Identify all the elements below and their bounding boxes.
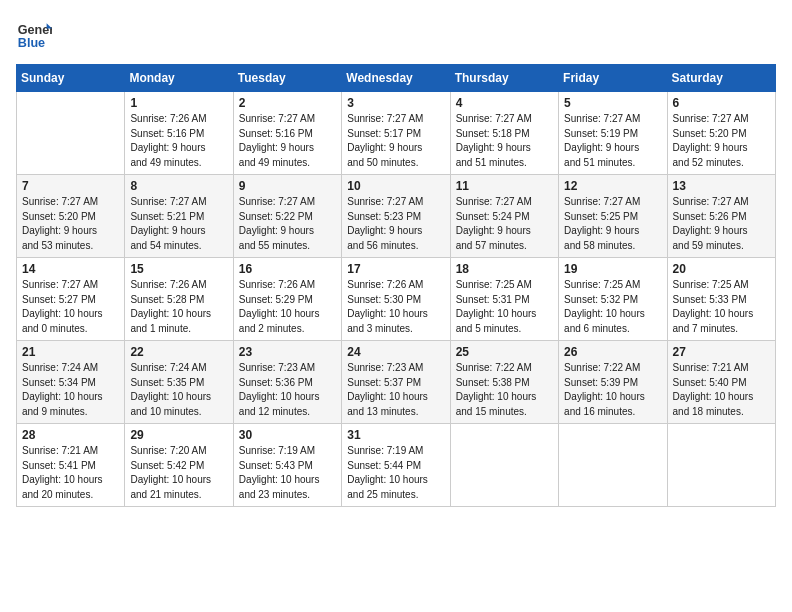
day-number: 26 bbox=[564, 345, 661, 359]
day-cell: 23 Sunrise: 7:23 AM Sunset: 5:36 PM Dayl… bbox=[233, 341, 341, 424]
day-cell: 27 Sunrise: 7:21 AM Sunset: 5:40 PM Dayl… bbox=[667, 341, 775, 424]
day-cell: 15 Sunrise: 7:26 AM Sunset: 5:28 PM Dayl… bbox=[125, 258, 233, 341]
page-header: General Blue bbox=[16, 16, 776, 52]
day-info: Sunrise: 7:23 AM Sunset: 5:36 PM Dayligh… bbox=[239, 361, 336, 419]
day-cell: 4 Sunrise: 7:27 AM Sunset: 5:18 PM Dayli… bbox=[450, 92, 558, 175]
col-header-monday: Monday bbox=[125, 65, 233, 92]
day-info: Sunrise: 7:26 AM Sunset: 5:16 PM Dayligh… bbox=[130, 112, 227, 170]
day-info: Sunrise: 7:27 AM Sunset: 5:20 PM Dayligh… bbox=[22, 195, 119, 253]
day-number: 8 bbox=[130, 179, 227, 193]
day-cell: 3 Sunrise: 7:27 AM Sunset: 5:17 PM Dayli… bbox=[342, 92, 450, 175]
col-header-friday: Friday bbox=[559, 65, 667, 92]
day-cell: 14 Sunrise: 7:27 AM Sunset: 5:27 PM Dayl… bbox=[17, 258, 125, 341]
day-number: 20 bbox=[673, 262, 770, 276]
day-info: Sunrise: 7:24 AM Sunset: 5:34 PM Dayligh… bbox=[22, 361, 119, 419]
day-info: Sunrise: 7:24 AM Sunset: 5:35 PM Dayligh… bbox=[130, 361, 227, 419]
day-info: Sunrise: 7:22 AM Sunset: 5:38 PM Dayligh… bbox=[456, 361, 553, 419]
day-info: Sunrise: 7:26 AM Sunset: 5:29 PM Dayligh… bbox=[239, 278, 336, 336]
day-info: Sunrise: 7:27 AM Sunset: 5:25 PM Dayligh… bbox=[564, 195, 661, 253]
day-info: Sunrise: 7:27 AM Sunset: 5:23 PM Dayligh… bbox=[347, 195, 444, 253]
day-number: 6 bbox=[673, 96, 770, 110]
day-number: 31 bbox=[347, 428, 444, 442]
day-cell: 26 Sunrise: 7:22 AM Sunset: 5:39 PM Dayl… bbox=[559, 341, 667, 424]
day-info: Sunrise: 7:23 AM Sunset: 5:37 PM Dayligh… bbox=[347, 361, 444, 419]
day-info: Sunrise: 7:19 AM Sunset: 5:44 PM Dayligh… bbox=[347, 444, 444, 502]
svg-text:Blue: Blue bbox=[18, 36, 45, 50]
day-cell bbox=[450, 424, 558, 507]
day-number: 30 bbox=[239, 428, 336, 442]
day-info: Sunrise: 7:22 AM Sunset: 5:39 PM Dayligh… bbox=[564, 361, 661, 419]
day-cell: 18 Sunrise: 7:25 AM Sunset: 5:31 PM Dayl… bbox=[450, 258, 558, 341]
day-number: 19 bbox=[564, 262, 661, 276]
day-number: 27 bbox=[673, 345, 770, 359]
day-number: 12 bbox=[564, 179, 661, 193]
day-cell: 10 Sunrise: 7:27 AM Sunset: 5:23 PM Dayl… bbox=[342, 175, 450, 258]
day-info: Sunrise: 7:19 AM Sunset: 5:43 PM Dayligh… bbox=[239, 444, 336, 502]
day-cell: 5 Sunrise: 7:27 AM Sunset: 5:19 PM Dayli… bbox=[559, 92, 667, 175]
day-number: 17 bbox=[347, 262, 444, 276]
week-row-1: 1 Sunrise: 7:26 AM Sunset: 5:16 PM Dayli… bbox=[17, 92, 776, 175]
day-cell: 29 Sunrise: 7:20 AM Sunset: 5:42 PM Dayl… bbox=[125, 424, 233, 507]
day-cell bbox=[667, 424, 775, 507]
day-number: 9 bbox=[239, 179, 336, 193]
day-cell: 11 Sunrise: 7:27 AM Sunset: 5:24 PM Dayl… bbox=[450, 175, 558, 258]
day-info: Sunrise: 7:25 AM Sunset: 5:31 PM Dayligh… bbox=[456, 278, 553, 336]
day-info: Sunrise: 7:26 AM Sunset: 5:28 PM Dayligh… bbox=[130, 278, 227, 336]
day-info: Sunrise: 7:27 AM Sunset: 5:22 PM Dayligh… bbox=[239, 195, 336, 253]
day-number: 16 bbox=[239, 262, 336, 276]
day-number: 21 bbox=[22, 345, 119, 359]
day-number: 14 bbox=[22, 262, 119, 276]
day-number: 29 bbox=[130, 428, 227, 442]
col-header-wednesday: Wednesday bbox=[342, 65, 450, 92]
header-row: SundayMondayTuesdayWednesdayThursdayFrid… bbox=[17, 65, 776, 92]
week-row-2: 7 Sunrise: 7:27 AM Sunset: 5:20 PM Dayli… bbox=[17, 175, 776, 258]
week-row-5: 28 Sunrise: 7:21 AM Sunset: 5:41 PM Dayl… bbox=[17, 424, 776, 507]
day-cell: 19 Sunrise: 7:25 AM Sunset: 5:32 PM Dayl… bbox=[559, 258, 667, 341]
day-info: Sunrise: 7:27 AM Sunset: 5:26 PM Dayligh… bbox=[673, 195, 770, 253]
day-number: 13 bbox=[673, 179, 770, 193]
day-info: Sunrise: 7:21 AM Sunset: 5:40 PM Dayligh… bbox=[673, 361, 770, 419]
day-info: Sunrise: 7:27 AM Sunset: 5:24 PM Dayligh… bbox=[456, 195, 553, 253]
day-cell: 12 Sunrise: 7:27 AM Sunset: 5:25 PM Dayl… bbox=[559, 175, 667, 258]
calendar-table: SundayMondayTuesdayWednesdayThursdayFrid… bbox=[16, 64, 776, 507]
day-cell: 2 Sunrise: 7:27 AM Sunset: 5:16 PM Dayli… bbox=[233, 92, 341, 175]
day-number: 15 bbox=[130, 262, 227, 276]
day-cell: 8 Sunrise: 7:27 AM Sunset: 5:21 PM Dayli… bbox=[125, 175, 233, 258]
day-info: Sunrise: 7:27 AM Sunset: 5:21 PM Dayligh… bbox=[130, 195, 227, 253]
day-cell: 20 Sunrise: 7:25 AM Sunset: 5:33 PM Dayl… bbox=[667, 258, 775, 341]
day-number: 7 bbox=[22, 179, 119, 193]
day-info: Sunrise: 7:25 AM Sunset: 5:32 PM Dayligh… bbox=[564, 278, 661, 336]
week-row-4: 21 Sunrise: 7:24 AM Sunset: 5:34 PM Dayl… bbox=[17, 341, 776, 424]
day-info: Sunrise: 7:27 AM Sunset: 5:27 PM Dayligh… bbox=[22, 278, 119, 336]
col-header-sunday: Sunday bbox=[17, 65, 125, 92]
col-header-saturday: Saturday bbox=[667, 65, 775, 92]
day-number: 28 bbox=[22, 428, 119, 442]
day-cell: 17 Sunrise: 7:26 AM Sunset: 5:30 PM Dayl… bbox=[342, 258, 450, 341]
day-info: Sunrise: 7:25 AM Sunset: 5:33 PM Dayligh… bbox=[673, 278, 770, 336]
day-cell: 28 Sunrise: 7:21 AM Sunset: 5:41 PM Dayl… bbox=[17, 424, 125, 507]
day-info: Sunrise: 7:20 AM Sunset: 5:42 PM Dayligh… bbox=[130, 444, 227, 502]
day-cell: 9 Sunrise: 7:27 AM Sunset: 5:22 PM Dayli… bbox=[233, 175, 341, 258]
day-info: Sunrise: 7:27 AM Sunset: 5:20 PM Dayligh… bbox=[673, 112, 770, 170]
day-info: Sunrise: 7:27 AM Sunset: 5:18 PM Dayligh… bbox=[456, 112, 553, 170]
day-number: 4 bbox=[456, 96, 553, 110]
day-info: Sunrise: 7:21 AM Sunset: 5:41 PM Dayligh… bbox=[22, 444, 119, 502]
col-header-tuesday: Tuesday bbox=[233, 65, 341, 92]
logo-icon: General Blue bbox=[16, 16, 52, 52]
day-number: 11 bbox=[456, 179, 553, 193]
day-cell bbox=[559, 424, 667, 507]
day-cell: 24 Sunrise: 7:23 AM Sunset: 5:37 PM Dayl… bbox=[342, 341, 450, 424]
day-number: 23 bbox=[239, 345, 336, 359]
day-number: 25 bbox=[456, 345, 553, 359]
day-cell: 6 Sunrise: 7:27 AM Sunset: 5:20 PM Dayli… bbox=[667, 92, 775, 175]
day-number: 18 bbox=[456, 262, 553, 276]
day-cell: 21 Sunrise: 7:24 AM Sunset: 5:34 PM Dayl… bbox=[17, 341, 125, 424]
day-info: Sunrise: 7:27 AM Sunset: 5:16 PM Dayligh… bbox=[239, 112, 336, 170]
day-info: Sunrise: 7:27 AM Sunset: 5:19 PM Dayligh… bbox=[564, 112, 661, 170]
day-cell: 13 Sunrise: 7:27 AM Sunset: 5:26 PM Dayl… bbox=[667, 175, 775, 258]
day-number: 2 bbox=[239, 96, 336, 110]
day-cell: 25 Sunrise: 7:22 AM Sunset: 5:38 PM Dayl… bbox=[450, 341, 558, 424]
day-number: 24 bbox=[347, 345, 444, 359]
col-header-thursday: Thursday bbox=[450, 65, 558, 92]
week-row-3: 14 Sunrise: 7:27 AM Sunset: 5:27 PM Dayl… bbox=[17, 258, 776, 341]
